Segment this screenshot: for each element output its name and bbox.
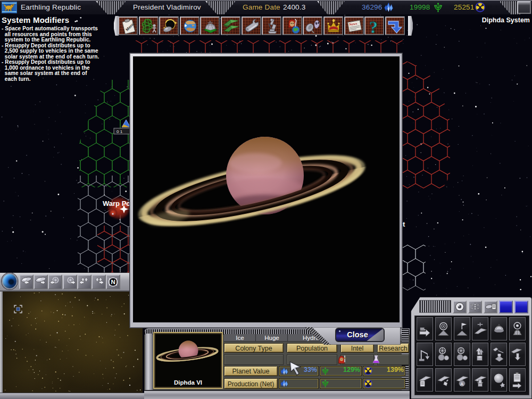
svg-text:N: N (111, 279, 115, 285)
svg-text:t: t (403, 220, 405, 228)
svg-text:?: ? (369, 18, 378, 35)
svg-text:A: A (460, 381, 464, 387)
svg-text:Warp Po: Warp Po (103, 200, 130, 207)
svg-text:0 1: 0 1 (117, 129, 123, 134)
